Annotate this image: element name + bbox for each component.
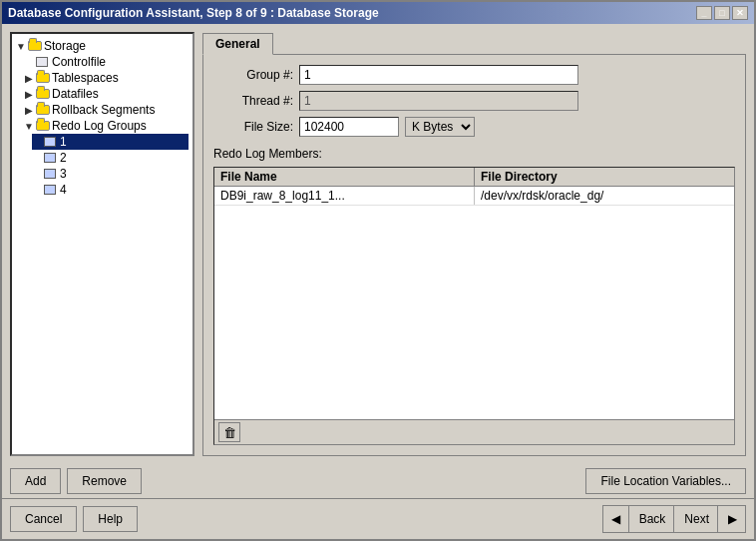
controlfile-label: Controlfile [52,55,106,69]
group-label: Group #: [213,68,293,82]
bottom-bar: Cancel Help ◀ Back Next ▶ [2,498,754,539]
cell-directory: /dev/vx/rdsk/oracle_dg/ [475,187,734,205]
expand-redo4-icon [32,185,42,196]
rollback-folder-icon [36,105,50,115]
title-bar: Database Configuration Assistant, Step 8… [2,2,754,24]
redo2-log-icon [44,153,56,163]
expand-redo-icon: ▼ [24,121,34,132]
navigation-group: ◀ Back Next ▶ [602,505,746,533]
expand-redo3-icon [32,169,42,180]
tab-general[interactable]: General [202,33,273,55]
group-input[interactable] [299,65,578,85]
tree-node-datafiles[interactable]: ▶ Datafiles [24,86,189,102]
expand-rollback-icon: ▶ [24,105,34,116]
cancel-help-group: Cancel Help [10,506,138,532]
col-directory-header: File Directory [475,168,734,186]
tablespaces-folder-icon [36,73,50,83]
add-remove-group: Add Remove [10,468,142,494]
thread-input [299,91,578,111]
tree-node-redo3[interactable]: 3 [32,166,189,182]
members-section-label: Redo Log Members: [213,147,735,161]
filesize-label: File Size: [213,120,293,134]
redo4-log-icon [44,185,56,195]
expand-storage-icon: ▼ [16,41,26,52]
back-button[interactable]: Back [631,506,675,532]
back-arrow-button[interactable]: ◀ [603,506,629,532]
tablespaces-label: Tablespaces [52,71,119,85]
expand-redo2-icon [32,153,42,164]
members-table: File Name File Directory DB9i_raw_8_log1… [213,167,735,445]
thread-label: Thread #: [213,94,293,108]
back-arrow-icon: ◀ [611,512,620,526]
redo3-log-icon [44,169,56,179]
cell-filename: DB9i_raw_8_log11_1... [214,187,475,205]
redo1-label: 1 [60,135,67,149]
minimize-button[interactable]: _ [696,6,712,20]
redo2-label: 2 [60,151,67,165]
action-bar: Add Remove File Location Variables... [2,464,754,498]
group-row: Group #: [213,65,735,85]
panel-box: Group #: Thread #: File Size: K Bytes M … [202,54,746,456]
delete-row-button[interactable]: 🗑 [218,422,240,442]
tree-node-storage[interactable]: ▼ Storage [16,38,189,54]
add-button[interactable]: Add [10,468,61,494]
title-bar-buttons: _ □ ✕ [696,6,748,20]
help-button[interactable]: Help [83,506,138,532]
tree-node-rollback[interactable]: ▶ Rollback Segments [24,102,189,118]
main-content: ▼ Storage Controlfile ▶ Tablespaces ▶ Da… [2,24,754,464]
table-header: File Name File Directory [214,168,734,187]
next-button[interactable]: Next [676,506,718,532]
remove-button[interactable]: Remove [67,468,142,494]
table-body: DB9i_raw_8_log11_1... /dev/vx/rdsk/oracl… [214,187,734,419]
table-row[interactable]: DB9i_raw_8_log11_1... /dev/vx/rdsk/oracl… [214,187,734,206]
window-title: Database Configuration Assistant, Step 8… [8,6,379,20]
next-label: Next [684,512,709,526]
redo4-label: 4 [60,183,67,197]
expand-tablespaces-icon: ▶ [24,73,34,84]
filesize-input[interactable] [299,117,399,137]
file-location-button[interactable]: File Location Variables... [585,468,746,494]
redo-folder-icon [36,121,50,131]
filesize-row: File Size: K Bytes M Bytes G Bytes [213,117,735,137]
storage-label: Storage [44,39,86,53]
redo3-label: 3 [60,167,67,181]
expand-redo1-icon [32,137,42,148]
thread-row: Thread #: [213,91,735,111]
datafiles-folder-icon [36,89,50,99]
expand-controlfile-icon [24,57,34,68]
redo-label: Redo Log Groups [52,119,147,133]
maximize-button[interactable]: □ [714,6,730,20]
back-label: Back [639,512,666,526]
col-filename-header: File Name [214,168,475,186]
file-location-group: File Location Variables... [585,468,746,494]
tree-node-redo2[interactable]: 2 [32,150,189,166]
tree-node-redo[interactable]: ▼ Redo Log Groups [24,118,189,134]
close-button[interactable]: ✕ [732,6,748,20]
tree-node-controlfile[interactable]: Controlfile [24,54,189,70]
tab-area: General [202,32,746,54]
storage-folder-icon [28,41,42,51]
datafiles-label: Datafiles [52,87,99,101]
controlfile-db-icon [36,57,48,67]
right-panel: General Group #: Thread #: File Size: [202,32,746,456]
filesize-unit-select[interactable]: K Bytes M Bytes G Bytes [405,117,475,137]
tree-panel: ▼ Storage Controlfile ▶ Tablespaces ▶ Da… [10,32,194,456]
next-arrow-icon: ▶ [728,512,737,526]
nav-buttons: ◀ Back Next ▶ [602,505,746,533]
main-window: Database Configuration Assistant, Step 8… [0,0,756,541]
tree-node-tablespaces[interactable]: ▶ Tablespaces [24,70,189,86]
tree-node-redo4[interactable]: 4 [32,182,189,198]
table-toolbar: 🗑 [214,419,734,444]
expand-datafiles-icon: ▶ [24,89,34,100]
redo1-log-icon [44,137,56,147]
tree-node-redo1[interactable]: 1 [32,134,189,150]
next-arrow-button[interactable]: ▶ [720,506,745,532]
cancel-button[interactable]: Cancel [10,506,77,532]
rollback-label: Rollback Segments [52,103,155,117]
